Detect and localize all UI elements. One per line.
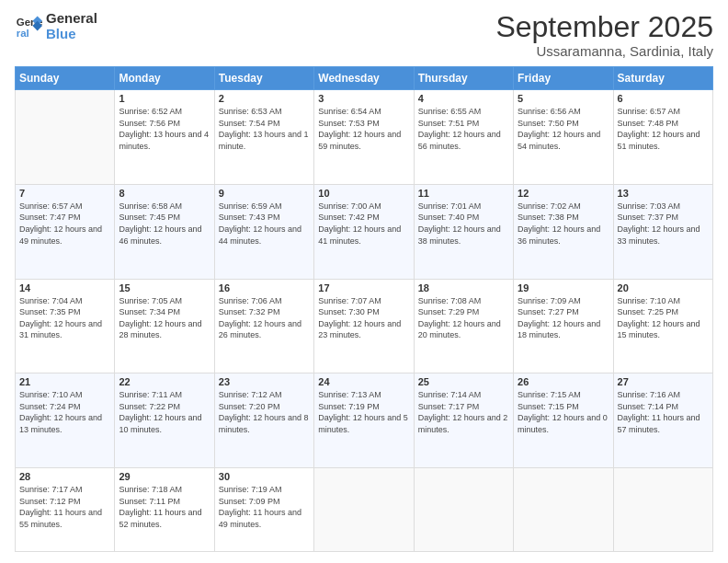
cell-info: Sunrise: 7:06 AM Sunset: 7:32 PM Dayligh… <box>219 295 310 341</box>
daylight-text: Daylight: 12 hours and 46 minutes. <box>119 224 210 247</box>
calendar-cell: 7 Sunrise: 6:57 AM Sunset: 7:47 PM Dayli… <box>16 184 115 279</box>
sunrise-text: Sunrise: 7:08 AM <box>418 295 509 307</box>
sunset-text: Sunset: 7:47 PM <box>19 212 110 224</box>
day-number: 4 <box>418 93 509 104</box>
day-number: 29 <box>119 471 210 482</box>
calendar-cell: 29 Sunrise: 7:18 AM Sunset: 7:11 PM Dayl… <box>115 467 214 551</box>
sunrise-text: Sunrise: 6:59 AM <box>219 201 310 213</box>
sunset-text: Sunset: 7:12 PM <box>19 496 110 508</box>
cell-info: Sunrise: 7:19 AM Sunset: 7:09 PM Dayligh… <box>219 484 310 530</box>
daylight-text: Daylight: 12 hours and 41 minutes. <box>318 224 409 247</box>
cell-info: Sunrise: 7:13 AM Sunset: 7:19 PM Dayligh… <box>318 389 409 435</box>
calendar-cell: 10 Sunrise: 7:00 AM Sunset: 7:42 PM Dayl… <box>314 184 414 279</box>
cell-info: Sunrise: 7:10 AM Sunset: 7:24 PM Dayligh… <box>19 389 110 435</box>
cell-info: Sunrise: 6:57 AM Sunset: 7:47 PM Dayligh… <box>19 201 110 247</box>
sunset-text: Sunset: 7:15 PM <box>518 401 609 413</box>
sunrise-text: Sunrise: 7:17 AM <box>19 484 110 496</box>
calendar-cell: 23 Sunrise: 7:12 AM Sunset: 7:20 PM Dayl… <box>214 373 313 468</box>
logo: Gene ral General Blue <box>15 11 97 41</box>
sunrise-text: Sunrise: 6:55 AM <box>418 106 509 118</box>
logo-text-line1: General <box>46 11 97 27</box>
day-number: 3 <box>318 93 409 104</box>
calendar-cell: 17 Sunrise: 7:07 AM Sunset: 7:30 PM Dayl… <box>314 279 414 373</box>
logo-icon: Gene ral <box>15 13 42 40</box>
sunset-text: Sunset: 7:34 PM <box>119 306 210 318</box>
calendar-table: SundayMondayTuesdayWednesdayThursdayFrid… <box>15 66 713 552</box>
sunrise-text: Sunrise: 7:18 AM <box>119 484 210 496</box>
daylight-text: Daylight: 11 hours and 52 minutes. <box>119 507 210 530</box>
cell-info: Sunrise: 7:01 AM Sunset: 7:40 PM Dayligh… <box>418 201 509 247</box>
sunset-text: Sunset: 7:22 PM <box>119 401 210 413</box>
daylight-text: Daylight: 12 hours and 13 minutes. <box>19 412 110 435</box>
day-number: 9 <box>219 188 310 199</box>
day-number: 15 <box>119 282 210 293</box>
days-header-row: SundayMondayTuesdayWednesdayThursdayFrid… <box>16 67 713 90</box>
daylight-text: Daylight: 12 hours and 26 minutes. <box>219 318 310 341</box>
day-number: 26 <box>518 376 609 387</box>
day-number: 16 <box>219 282 310 293</box>
calendar-cell: 28 Sunrise: 7:17 AM Sunset: 7:12 PM Dayl… <box>16 467 115 551</box>
daylight-text: Daylight: 12 hours and 8 minutes. <box>219 412 310 435</box>
daylight-text: Daylight: 12 hours and 0 minutes. <box>518 412 609 435</box>
sunrise-text: Sunrise: 7:03 AM <box>618 201 709 213</box>
sunset-text: Sunset: 7:37 PM <box>618 212 709 224</box>
cell-info: Sunrise: 6:59 AM Sunset: 7:43 PM Dayligh… <box>219 201 310 247</box>
sunset-text: Sunset: 7:30 PM <box>318 306 409 318</box>
cell-info: Sunrise: 7:05 AM Sunset: 7:34 PM Dayligh… <box>119 295 210 341</box>
day-header-monday: Monday <box>115 67 214 90</box>
sunset-text: Sunset: 7:53 PM <box>318 118 409 130</box>
sunrise-text: Sunrise: 7:09 AM <box>518 295 609 307</box>
calendar-cell: 19 Sunrise: 7:09 AM Sunset: 7:27 PM Dayl… <box>514 279 613 373</box>
calendar-cell <box>613 467 712 551</box>
sunrise-text: Sunrise: 6:58 AM <box>119 201 210 213</box>
sunset-text: Sunset: 7:17 PM <box>418 401 509 413</box>
calendar-cell: 22 Sunrise: 7:11 AM Sunset: 7:22 PM Dayl… <box>115 373 214 468</box>
sunrise-text: Sunrise: 7:15 AM <box>518 389 609 401</box>
day-number: 25 <box>418 376 509 387</box>
calendar-cell: 5 Sunrise: 6:56 AM Sunset: 7:50 PM Dayli… <box>514 90 613 185</box>
daylight-text: Daylight: 12 hours and 20 minutes. <box>418 318 509 341</box>
day-header-sunday: Sunday <box>16 67 115 90</box>
sunset-text: Sunset: 7:19 PM <box>318 401 409 413</box>
sunrise-text: Sunrise: 7:02 AM <box>518 201 609 213</box>
sunset-text: Sunset: 7:42 PM <box>318 212 409 224</box>
svg-text:ral: ral <box>17 27 29 38</box>
sunset-text: Sunset: 7:32 PM <box>219 306 310 318</box>
daylight-text: Daylight: 13 hours and 1 minute. <box>219 129 310 152</box>
week-row-2: 7 Sunrise: 6:57 AM Sunset: 7:47 PM Dayli… <box>16 184 713 279</box>
sunset-text: Sunset: 7:54 PM <box>219 118 310 130</box>
sunset-text: Sunset: 7:24 PM <box>19 401 110 413</box>
sunrise-text: Sunrise: 7:01 AM <box>418 201 509 213</box>
cell-info: Sunrise: 7:18 AM Sunset: 7:11 PM Dayligh… <box>119 484 210 530</box>
week-row-1: 1 Sunrise: 6:52 AM Sunset: 7:56 PM Dayli… <box>16 90 713 185</box>
daylight-text: Daylight: 12 hours and 54 minutes. <box>518 129 609 152</box>
cell-info: Sunrise: 6:57 AM Sunset: 7:48 PM Dayligh… <box>618 106 709 152</box>
daylight-text: Daylight: 12 hours and 15 minutes. <box>618 318 709 341</box>
sunrise-text: Sunrise: 7:04 AM <box>19 295 110 307</box>
day-number: 6 <box>618 93 709 104</box>
sunset-text: Sunset: 7:38 PM <box>518 212 609 224</box>
calendar-cell <box>314 467 414 551</box>
sunset-text: Sunset: 7:29 PM <box>418 306 509 318</box>
calendar-cell: 14 Sunrise: 7:04 AM Sunset: 7:35 PM Dayl… <box>16 279 115 373</box>
sunset-text: Sunset: 7:51 PM <box>418 118 509 130</box>
calendar-cell: 30 Sunrise: 7:19 AM Sunset: 7:09 PM Dayl… <box>214 467 313 551</box>
calendar-cell <box>414 467 513 551</box>
calendar-cell: 3 Sunrise: 6:54 AM Sunset: 7:53 PM Dayli… <box>314 90 414 185</box>
sunrise-text: Sunrise: 7:12 AM <box>219 389 310 401</box>
daylight-text: Daylight: 12 hours and 10 minutes. <box>119 412 210 435</box>
daylight-text: Daylight: 12 hours and 28 minutes. <box>119 318 210 341</box>
calendar-cell: 4 Sunrise: 6:55 AM Sunset: 7:51 PM Dayli… <box>414 90 513 185</box>
sunrise-text: Sunrise: 7:07 AM <box>318 295 409 307</box>
daylight-text: Daylight: 12 hours and 56 minutes. <box>418 129 509 152</box>
cell-info: Sunrise: 7:11 AM Sunset: 7:22 PM Dayligh… <box>119 389 210 435</box>
sunset-text: Sunset: 7:27 PM <box>518 306 609 318</box>
cell-info: Sunrise: 7:17 AM Sunset: 7:12 PM Dayligh… <box>19 484 110 530</box>
calendar-cell: 26 Sunrise: 7:15 AM Sunset: 7:15 PM Dayl… <box>514 373 613 468</box>
day-header-wednesday: Wednesday <box>314 67 414 90</box>
cell-info: Sunrise: 6:54 AM Sunset: 7:53 PM Dayligh… <box>318 106 409 152</box>
sunset-text: Sunset: 7:40 PM <box>418 212 509 224</box>
sunrise-text: Sunrise: 7:19 AM <box>219 484 310 496</box>
daylight-text: Daylight: 12 hours and 5 minutes. <box>318 412 409 435</box>
sunrise-text: Sunrise: 6:54 AM <box>318 106 409 118</box>
